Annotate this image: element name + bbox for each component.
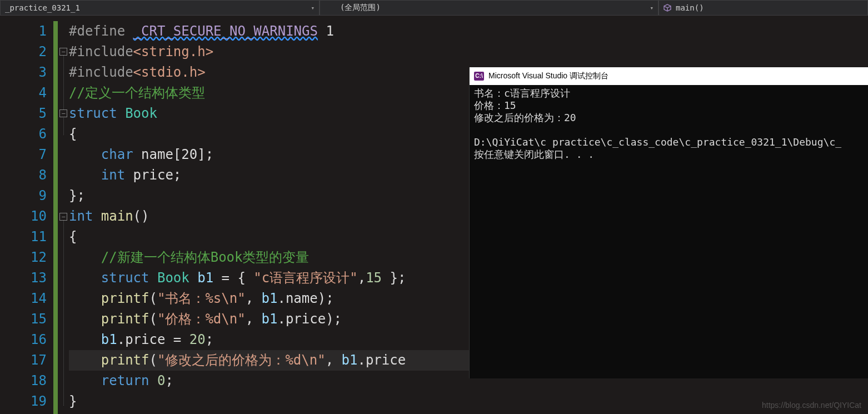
line-number: 14 bbox=[0, 288, 53, 309]
line-number: 5 bbox=[0, 103, 53, 124]
console-title: Microsoft Visual Studio 调试控制台 bbox=[488, 71, 608, 81]
line-number: 12 bbox=[0, 247, 53, 268]
chevron-down-icon: ▾ bbox=[311, 4, 315, 12]
console-line: 书名：c语言程序设计 bbox=[474, 87, 864, 99]
line-number: 11 bbox=[0, 227, 53, 247]
vs-icon: C:\ bbox=[474, 72, 484, 81]
console-line: 价格：15 bbox=[474, 99, 864, 112]
line-number: 18 bbox=[0, 371, 53, 391]
watermark: https://blog.csdn.net/QIYICat bbox=[762, 401, 861, 410]
function-dropdown[interactable]: main() bbox=[659, 0, 868, 16]
fold-toggle[interactable]: − bbox=[59, 48, 67, 56]
cube-icon bbox=[664, 4, 671, 12]
scope-dropdown-label: (全局范围) bbox=[340, 3, 381, 13]
navigation-bar: _practice_0321_1 ▾ (全局范围) ▾ main() bbox=[0, 0, 868, 16]
function-dropdown-label: main() bbox=[676, 3, 704, 12]
fold-column: − − − bbox=[58, 21, 69, 414]
console-output[interactable]: 书名：c语言程序设计 价格：15 修改之后的价格为：20 D:\QiYiCat\… bbox=[470, 85, 868, 163]
line-number: 8 bbox=[0, 165, 53, 186]
line-number: 15 bbox=[0, 309, 53, 330]
console-line: 修改之后的价格为：20 bbox=[474, 112, 864, 124]
console-line: 按任意键关闭此窗口. . . bbox=[474, 148, 864, 161]
line-number: 9 bbox=[0, 186, 53, 206]
fold-toggle[interactable]: − bbox=[59, 109, 67, 117]
code-line[interactable]: #include<string.h> bbox=[69, 42, 868, 62]
line-number: 2 bbox=[0, 42, 53, 62]
console-titlebar[interactable]: C:\ Microsoft Visual Studio 调试控制台 bbox=[470, 67, 868, 85]
code-line[interactable]: #define _CRT_SECURE_NO_WARNINGS 1 bbox=[69, 21, 868, 42]
fold-toggle[interactable]: − bbox=[59, 213, 67, 221]
line-number-gutter: 12345678910111213141516171819 bbox=[0, 16, 53, 414]
change-strip bbox=[53, 21, 58, 414]
line-number: 6 bbox=[0, 124, 53, 144]
line-number: 16 bbox=[0, 330, 53, 350]
line-number: 3 bbox=[0, 62, 53, 83]
line-number: 19 bbox=[0, 391, 53, 412]
line-number: 1 bbox=[0, 21, 53, 42]
line-number: 17 bbox=[0, 350, 53, 371]
chevron-down-icon: ▾ bbox=[650, 4, 654, 12]
file-dropdown-label: _practice_0321_1 bbox=[5, 3, 80, 12]
line-number: 7 bbox=[0, 144, 53, 165]
code-line[interactable]: } bbox=[69, 391, 868, 412]
debug-console-window[interactable]: C:\ Microsoft Visual Studio 调试控制台 书名：c语言… bbox=[469, 67, 868, 378]
line-number: 4 bbox=[0, 83, 53, 103]
line-number: 10 bbox=[0, 206, 53, 227]
file-dropdown[interactable]: _practice_0321_1 ▾ bbox=[0, 0, 320, 16]
console-blank-line bbox=[474, 124, 864, 136]
line-number: 13 bbox=[0, 268, 53, 288]
console-line: D:\QiYiCat\c practice\c_class_code\c_pra… bbox=[474, 136, 864, 148]
scope-dropdown[interactable]: (全局范围) ▾ bbox=[320, 0, 659, 16]
